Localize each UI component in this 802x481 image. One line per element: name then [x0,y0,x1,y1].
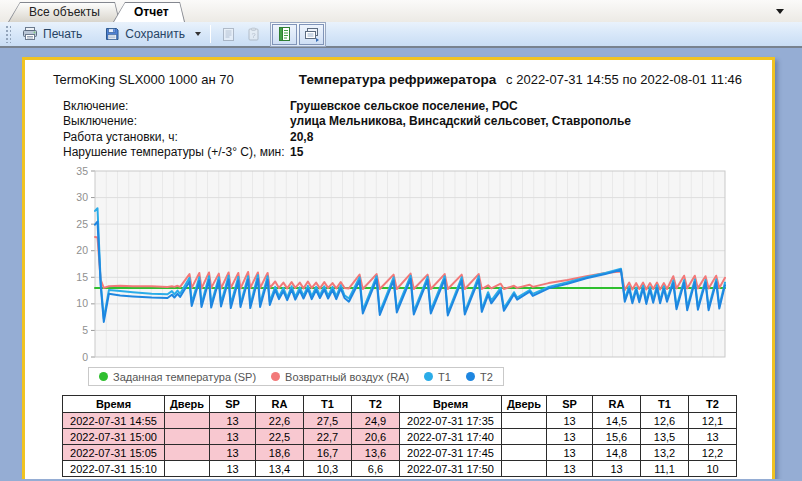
table-cell: 14,8 [593,445,641,461]
table-cell: 2022-07-31 15:10 [63,461,165,477]
table-row: 2022-07-31 15:101313,410,36,62022-07-31 … [63,461,737,477]
table-header-cell: T2 [689,396,737,413]
table-cell: 2022-07-31 17:40 [400,429,502,445]
info-row: Включение:Грушевское сельское поселение,… [63,98,772,114]
table-row: 2022-07-31 15:051318,616,713,62022-07-31… [63,445,737,461]
table-cell: 18,6 [256,445,304,461]
info-label: Работа установки, ч: [63,130,290,144]
report-header: TermoKing SLX000 1000 ан 70 Температура … [53,72,742,87]
table-cell: 13,6 [352,445,400,461]
table-cell: 12,6 [641,413,689,429]
table-header-cell: T1 [304,396,352,413]
table-cell: 24,9 [352,413,400,429]
table-cell: 13 [689,429,737,445]
table-cell: 22,6 [256,413,304,429]
save-dropdown-arrow-button[interactable] [192,23,205,45]
save-button[interactable]: Сохранить [97,23,192,45]
view-toggle-group [270,22,326,47]
svg-text:?: ? [251,30,255,39]
svg-text:5: 5 [82,324,88,336]
report-title: Температура рефрижератора [299,72,496,87]
tab-report[interactable]: Отчет [113,2,185,22]
table-cell: 13 [210,461,256,477]
table-cell: 12,2 [689,445,737,461]
table-cell: 13,5 [641,429,689,445]
table-header-cell: Дверь [165,396,210,413]
info-value: 20,8 [290,130,313,144]
info-label: Нарушение температуры (+/-3° C), мин: [63,145,290,159]
table-cell [502,445,547,461]
report-period: с 2022-07-31 14:55 по 2022-08-01 11:46 [496,72,742,87]
table-cell: 22,7 [304,429,352,445]
page-settings-icon [221,27,236,42]
toolbar-separator [210,25,211,43]
table-cell: 10,3 [304,461,352,477]
table-row: 2022-07-31 14:551322,627,524,92022-07-31… [63,413,737,429]
table-cell: 13 [547,413,593,429]
table-cell: 2022-07-31 14:55 [63,413,165,429]
legend-label: Возвратный воздух (RA) [285,371,409,383]
chart-legend: Заданная температура (SP)Возвратный возд… [88,367,504,386]
table-cell: 13 [547,445,593,461]
svg-text:0: 0 [82,351,88,363]
help-icon: ? [246,27,261,42]
table-header-cell: T1 [641,396,689,413]
tab-all-objects[interactable]: Все объекты [8,2,120,22]
table-cell [165,461,210,477]
table-cell: 13 [593,461,641,477]
legend-item: T1 [424,371,451,383]
print-button[interactable]: Печать [15,23,89,45]
report-view-toggle-button[interactable] [272,24,297,45]
temperature-chart: 05101520253035 [57,167,757,365]
help-button[interactable]: ? [241,24,266,45]
table-header-cell: Время [400,396,502,413]
table-cell: 20,6 [352,429,400,445]
device-name: TermoKing SLX000 1000 ан 70 [53,72,299,87]
table-cell: 13,4 [256,461,304,477]
chevron-down-icon [776,9,784,14]
table-header-cell: SP [210,396,256,413]
table-cell: 2022-07-31 17:35 [400,413,502,429]
legend-label: T2 [480,371,493,383]
table-header-cell: RA [256,396,304,413]
legend-item: Заданная температура (SP) [99,371,256,383]
floppy-disk-icon [104,26,120,42]
info-label: Включение: [63,99,290,113]
legend-label: T1 [438,371,451,383]
info-row: Работа установки, ч:20,8 [63,129,772,145]
table-cell: 13,2 [641,445,689,461]
print-button-label: Печать [43,27,82,41]
info-value: Грушевское сельское поселение, РОС [290,99,518,113]
tab-list-dropdown-button[interactable] [774,6,786,16]
svg-text:15: 15 [76,271,88,283]
info-label: Выключение: [63,114,290,128]
table-row: 2022-07-31 15:001322,522,720,62022-07-31… [63,429,737,445]
document-tabstrip: Все объекты Отчет [0,0,802,22]
table-cell: 2022-07-31 15:00 [63,429,165,445]
table-cell: 6,6 [352,461,400,477]
toolbar-grip[interactable] [5,25,11,43]
table-cell: 2022-07-31 17:50 [400,461,502,477]
table-cell: 13 [547,429,593,445]
print-layout-icon [303,27,320,42]
report-page: TermoKing SLX000 1000 ан 70 Температура … [22,57,775,479]
table-cell [502,429,547,445]
legend-item: T2 [466,371,493,383]
table-cell [165,413,210,429]
legend-dot-icon [424,372,433,381]
table-cell: 16,7 [304,445,352,461]
info-row: Нарушение температуры (+/-3° C), мин:15 [63,145,772,161]
save-button-label: Сохранить [125,27,185,41]
report-workspace: TermoKing SLX000 1000 ан 70 Температура … [0,48,802,479]
print-layout-toggle-button[interactable] [299,24,324,45]
table-cell: 2022-07-31 17:45 [400,445,502,461]
app-window: Все объекты Отчет Печать [0,0,802,481]
readings-table: ВремяДверьSPRAT1T2ВремяДверьSPRAT1T2 202… [62,395,737,477]
info-row: Выключение:улица Мельникова, Винсадский … [63,114,772,130]
page-settings-button[interactable] [216,24,241,45]
report-info: Включение:Грушевское сельское поселение,… [63,98,772,160]
legend-dot-icon [466,372,475,381]
table-header-cell: SP [547,396,593,413]
svg-text:10: 10 [76,297,88,309]
table-cell: 11,1 [641,461,689,477]
